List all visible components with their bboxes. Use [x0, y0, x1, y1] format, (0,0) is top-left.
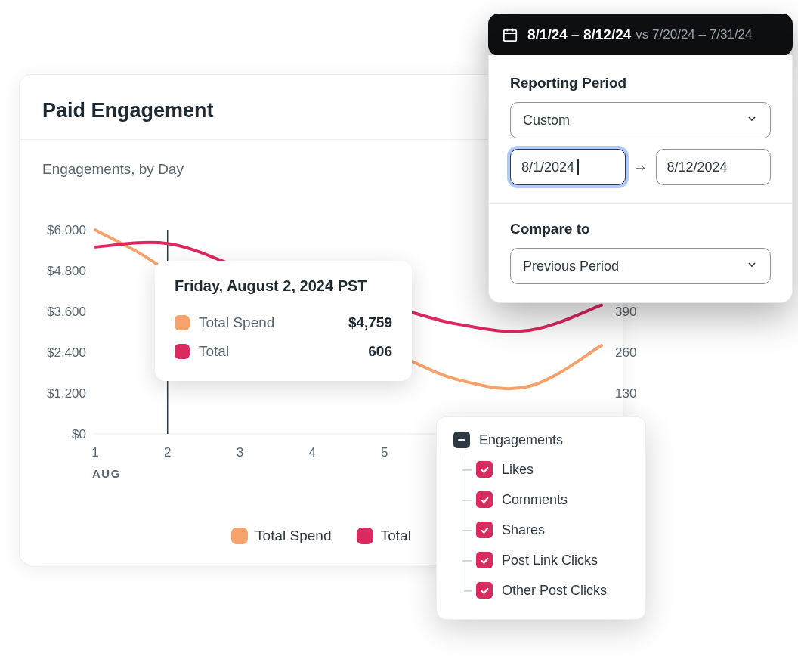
legend-item-total: Total	[357, 528, 411, 544]
filter-item-label: Comments	[502, 492, 568, 508]
legend-spend-label: Total Spend	[255, 528, 331, 544]
svg-text:4: 4	[308, 445, 315, 460]
filter-item-label: Other Post Clicks	[502, 583, 607, 599]
compare-to-select[interactable]: Previous Period	[510, 248, 771, 284]
compare-to-label: Compare to	[510, 221, 771, 237]
svg-text:$1,200: $1,200	[47, 386, 86, 401]
svg-text:AUG: AUG	[92, 467, 121, 480]
svg-text:$4,800: $4,800	[47, 264, 86, 278]
reporting-period-select[interactable]: Custom	[510, 102, 771, 138]
svg-text:130: 130	[615, 386, 636, 401]
checkbox-indeterminate-icon[interactable]	[453, 432, 470, 448]
checkbox-checked-icon[interactable]	[476, 491, 493, 508]
filter-item[interactable]: Shares	[462, 515, 629, 545]
filter-item-label: Likes	[502, 462, 534, 478]
date-range-bar[interactable]: 8/1/24 – 8/12/24 vs 7/20/24 – 7/31/24	[488, 14, 793, 56]
filter-item[interactable]: Other Post Clicks	[462, 575, 629, 605]
filter-item-label: Post Link Clicks	[502, 553, 598, 568]
reporting-period-value: Custom	[523, 113, 570, 129]
svg-text:$0: $0	[72, 427, 86, 441]
tooltip-row-total: Total 606	[175, 337, 392, 366]
checkbox-checked-icon[interactable]	[476, 552, 493, 568]
reporting-panel: Reporting Period Custom 8/1/2024 → 8/12/…	[488, 55, 793, 303]
svg-text:5: 5	[381, 445, 388, 460]
divider	[489, 203, 792, 204]
date-range-primary: 8/1/24 – 8/12/24	[527, 26, 631, 43]
legend-total-label: Total	[381, 528, 411, 544]
engagements-filter: Engagements LikesCommentsSharesPost Link…	[436, 416, 646, 620]
compare-to-value: Previous Period	[523, 259, 619, 274]
svg-text:$2,400: $2,400	[47, 345, 86, 360]
date-range-compare: vs 7/20/24 – 7/31/24	[636, 27, 752, 42]
end-date-value: 8/12/2024	[667, 159, 728, 175]
text-caret	[577, 159, 579, 175]
tooltip-spend-value: $4,759	[348, 314, 392, 331]
svg-text:260: 260	[615, 345, 636, 360]
tooltip-total-value: 606	[368, 343, 392, 360]
filter-root-label: Engagements	[479, 432, 563, 448]
svg-text:$6,000: $6,000	[47, 223, 86, 237]
svg-text:$3,600: $3,600	[47, 305, 86, 319]
filter-root[interactable]: Engagements	[453, 432, 629, 448]
svg-rect-17	[504, 30, 517, 42]
svg-text:390: 390	[615, 305, 636, 319]
checkbox-checked-icon[interactable]	[476, 582, 493, 599]
svg-text:2: 2	[164, 445, 171, 460]
filter-item[interactable]: Comments	[462, 485, 629, 515]
reporting-period-label: Reporting Period	[510, 75, 771, 91]
chart-tooltip: Friday, August 2, 2024 PST Total Spend $…	[155, 261, 412, 381]
arrow-right-icon: →	[633, 159, 648, 176]
svg-text:3: 3	[237, 445, 243, 460]
chevron-down-icon	[746, 113, 758, 129]
start-date-value: 8/1/2024	[521, 159, 574, 175]
filter-item-label: Shares	[502, 522, 545, 538]
checkbox-checked-icon[interactable]	[476, 461, 493, 478]
calendar-icon	[502, 26, 518, 43]
tooltip-row-spend: Total Spend $4,759	[175, 308, 392, 337]
tooltip-spend-label: Total Spend	[199, 314, 348, 331]
date-row: 8/1/2024 → 8/12/2024	[510, 149, 771, 185]
chevron-down-icon	[746, 259, 758, 274]
filter-children: LikesCommentsSharesPost Link ClicksOther…	[462, 454, 629, 605]
filter-item[interactable]: Post Link Clicks	[462, 545, 629, 575]
tooltip-date: Friday, August 2, 2024 PST	[175, 277, 392, 295]
start-date-input[interactable]: 8/1/2024	[510, 149, 626, 185]
swatch-orange-icon	[175, 315, 190, 330]
swatch-pink	[357, 528, 373, 544]
swatch-pink-icon	[175, 344, 190, 359]
end-date-input[interactable]: 8/12/2024	[656, 149, 772, 185]
legend-item-spend: Total Spend	[231, 528, 331, 544]
svg-text:1: 1	[91, 445, 98, 460]
swatch-orange	[231, 528, 248, 544]
filter-item[interactable]: Likes	[462, 454, 629, 485]
checkbox-checked-icon[interactable]	[476, 522, 493, 538]
tooltip-total-label: Total	[199, 343, 368, 360]
